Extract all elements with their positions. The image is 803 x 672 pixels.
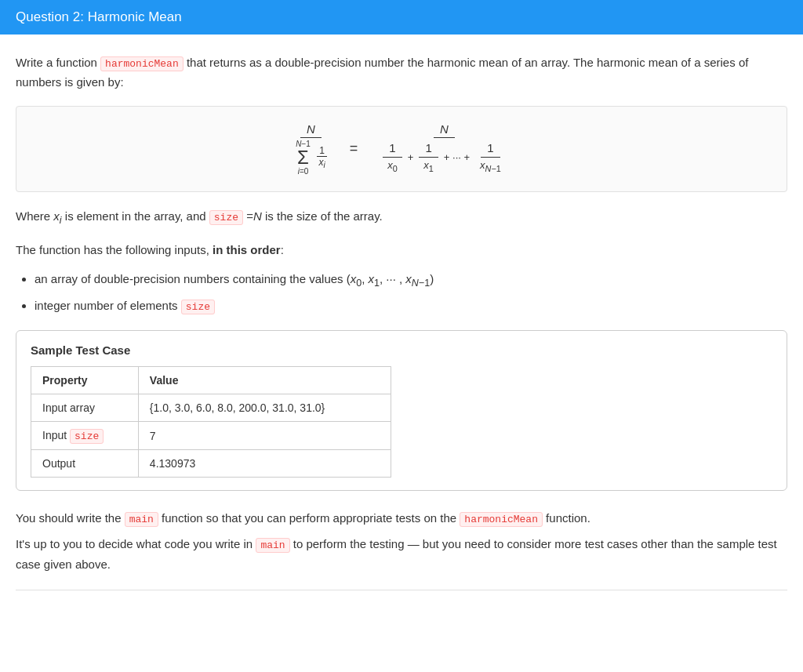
row2-value: 7 [138, 422, 391, 450]
size-code-where: size [209, 210, 243, 225]
header-title: Question 2: Harmonic Mean [16, 9, 182, 24]
main-code-footer2: main [256, 538, 289, 553]
size-code-bullet: size [181, 300, 215, 314]
table-header-row: Property Value [31, 367, 391, 394]
bullet-array: an array of double-precision numbers con… [35, 268, 787, 292]
bottom-divider [16, 590, 787, 590]
size-code-table: size [70, 429, 104, 444]
row1-value: {1.0, 3.0, 6.0, 8.0, 200.0, 31.0, 31.0} [138, 394, 391, 422]
sample-title: Sample Test Case [31, 343, 772, 357]
row2-property: Input size [31, 422, 139, 450]
harmonic-mean-code-inline: harmonicMean [100, 56, 183, 71]
sample-test-case-box: Sample Test Case Property Value Input ar… [16, 330, 787, 491]
formula-section: N N−1 Σ i=0 1 xi = [16, 106, 787, 192]
where-text: Where xi is element in the array, and si… [16, 206, 787, 229]
formula-equals: = [350, 140, 358, 157]
intro-text1: Write a function [16, 56, 100, 69]
inputs-bullet-list: an array of double-precision numbers con… [35, 268, 787, 317]
col-header-property: Property [31, 367, 139, 394]
right-fraction: N 1 x0 + 1 x1 + ··· + 1 [373, 121, 515, 177]
row1-property: Input array [31, 394, 139, 422]
footer-paragraph-1: You should write the main function so th… [16, 508, 787, 529]
table-row: Input size 7 [31, 422, 391, 450]
footer-paragraph-2: It's up to you to decide what code you w… [16, 534, 787, 575]
table-row: Input array {1.0, 3.0, 6.0, 8.0, 200.0, … [31, 394, 391, 422]
inputs-text: The function has the following inputs, i… [16, 240, 787, 260]
table-row: Output 4.130973 [31, 450, 391, 478]
harmonic-mean-code-footer: harmonicMean [460, 512, 543, 527]
bullet-size: integer number of elements size [35, 295, 787, 316]
row3-value: 4.130973 [138, 450, 391, 478]
intro-paragraph: Write a function harmonicMean that retur… [16, 53, 787, 92]
sample-table: Property Value Input array {1.0, 3.0, 6.… [31, 366, 391, 478]
col-header-value: Value [138, 367, 391, 394]
formula-display: N N−1 Σ i=0 1 xi = [288, 114, 515, 183]
left-fraction: N N−1 Σ i=0 1 xi [288, 121, 334, 177]
main-code-footer1: main [125, 512, 158, 527]
row3-property: Output [31, 450, 139, 478]
page-header: Question 2: Harmonic Mean [0, 0, 803, 35]
